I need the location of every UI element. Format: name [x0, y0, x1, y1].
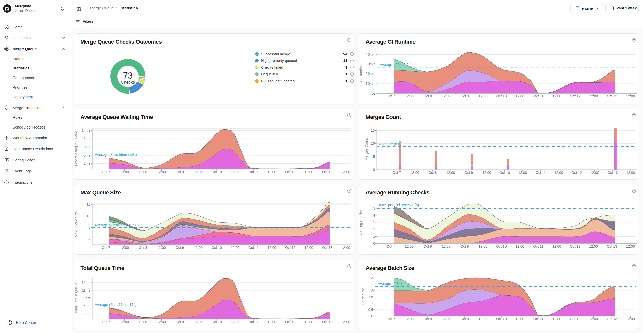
svg-text:Oct 7: Oct 7 [102, 170, 110, 174]
svg-text:12:00: 12:00 [194, 170, 203, 174]
svg-text:12:00: 12:00 [626, 94, 635, 98]
svg-text:Oct 13: Oct 13 [607, 244, 617, 248]
svg-text:12:00: 12:00 [626, 244, 635, 248]
svg-text:12:00: 12:00 [157, 246, 166, 250]
svg-text:Batch Size: Batch Size [361, 288, 365, 305]
svg-text:Pull request updated: Pull request updated [261, 79, 295, 83]
svg-text:12:00: 12:00 [157, 320, 166, 324]
svg-text:Max Queue Size: Max Queue Size [74, 211, 78, 237]
svg-text:12:00: 12:00 [194, 246, 203, 250]
svg-text:2hrs: 2hrs [84, 312, 90, 316]
svg-text:1: 1 [373, 234, 375, 238]
svg-text:2: 2 [371, 289, 373, 293]
svg-text:12:00: 12:00 [157, 170, 166, 174]
svg-text:12:00: 12:00 [589, 94, 598, 98]
svg-text:Average (3hrs 55min 59s): Average (3hrs 55min 59s) [95, 152, 137, 157]
svg-text:12:00: 12:00 [231, 246, 239, 250]
svg-text:Oct 12: Oct 12 [570, 317, 580, 321]
svg-text:Oct 12: Oct 12 [285, 320, 295, 324]
svg-text:Merges Count: Merges Count [364, 138, 369, 160]
svg-text:12:00: 12:00 [589, 317, 598, 321]
svg-text:Oct 13: Oct 13 [322, 320, 332, 324]
svg-text:Oct 12: Oct 12 [285, 246, 295, 250]
svg-text:Oct 8: Oct 8 [424, 94, 432, 98]
svg-text:8hrs: 8hrs [84, 145, 90, 149]
svg-text:Oct 11: Oct 11 [248, 320, 259, 324]
svg-text:Average (8.8): Average (8.8) [379, 142, 401, 146]
svg-text:12:00: 12:00 [341, 170, 350, 174]
svg-text:Oct 8: Oct 8 [423, 244, 432, 248]
svg-text:Oct 8: Oct 8 [423, 317, 432, 321]
svg-text:12:00: 12:00 [442, 317, 451, 321]
svg-text:Oct 10: Oct 10 [496, 94, 507, 98]
svg-text:12:00: 12:00 [442, 94, 451, 98]
svg-text:10: 10 [86, 214, 90, 218]
svg-text:12:00: 12:00 [120, 320, 129, 324]
svg-text:Oct 9: Oct 9 [176, 246, 184, 250]
svg-text:Oct 13: Oct 13 [607, 171, 618, 175]
svg-text:10: 10 [371, 141, 375, 145]
svg-text:12:00: 12:00 [552, 94, 561, 98]
svg-text:12:00: 12:00 [554, 171, 563, 175]
svg-text:Oct 10: Oct 10 [211, 170, 222, 174]
svg-text:5hrs: 5hrs [84, 153, 90, 157]
svg-text:0: 0 [371, 314, 373, 318]
svg-text:2hrs: 2hrs [84, 161, 90, 165]
svg-text:12:00: 12:00 [267, 246, 276, 250]
svg-text:Total Time in Queue: Total Time in Queue [74, 282, 78, 314]
svg-text:Oct 12: Oct 12 [570, 94, 580, 98]
svg-text:Oct 7: Oct 7 [102, 246, 110, 250]
svg-text:Oct 11: Oct 11 [248, 170, 259, 174]
svg-text:Oct 8: Oct 8 [139, 320, 147, 324]
svg-text:11hrs: 11hrs [82, 288, 90, 292]
svg-text:14hrs: 14hrs [82, 128, 90, 132]
svg-text:Oct 9: Oct 9 [460, 317, 469, 321]
svg-text:12:00: 12:00 [231, 320, 239, 324]
svg-text:Dequeued: Dequeued [261, 72, 278, 76]
svg-text:12:00: 12:00 [120, 170, 129, 174]
svg-text:10min: 10min [366, 82, 375, 86]
svg-text:12:00: 12:00 [589, 244, 598, 248]
svg-text:1: 1 [345, 72, 347, 76]
svg-text:12:00: 12:00 [478, 317, 487, 321]
svg-text:73: 73 [123, 70, 133, 80]
svg-text:12:00: 12:00 [267, 320, 276, 324]
svg-text:20min: 20min [366, 72, 375, 76]
svg-text:Running Checks: Running Checks [359, 210, 363, 236]
svg-text:1: 1 [345, 79, 347, 83]
svg-text:2: 2 [88, 237, 90, 241]
svg-text:15: 15 [371, 128, 375, 132]
svg-text:12:00: 12:00 [120, 246, 129, 250]
svg-text:8hrs: 8hrs [84, 296, 90, 300]
svg-text:12:00: 12:00 [267, 170, 276, 174]
svg-text:Oct 13: Oct 13 [607, 94, 617, 98]
svg-text:12:00: 12:00 [405, 317, 414, 321]
svg-text:Oct 10: Oct 10 [496, 317, 507, 321]
svg-text:12:00: 12:00 [518, 171, 527, 175]
svg-text:12:00: 12:00 [194, 320, 203, 324]
svg-text:Oct 12: Oct 12 [285, 170, 295, 174]
svg-text:14: 14 [86, 203, 90, 207]
svg-text:6: 6 [88, 225, 90, 229]
svg-text:Oct 7: Oct 7 [387, 317, 395, 321]
svg-text:30min: 30min [366, 62, 375, 66]
svg-text:3: 3 [371, 276, 373, 280]
svg-text:12:00: 12:00 [626, 317, 635, 321]
svg-text:0: 0 [373, 168, 375, 172]
svg-text:40min: 40min [366, 52, 375, 56]
svg-text:12:00: 12:00 [231, 170, 239, 174]
svg-text:Oct 8: Oct 8 [139, 246, 147, 250]
svg-text:12:00: 12:00 [479, 94, 488, 98]
svg-text:12:00: 12:00 [515, 317, 524, 321]
svg-text:12:00: 12:00 [341, 320, 350, 324]
svg-text:0.5: 0.5 [368, 308, 373, 312]
svg-text:Oct 7: Oct 7 [387, 244, 395, 248]
svg-text:Oct 11: Oct 11 [248, 246, 259, 250]
svg-text:11: 11 [343, 58, 347, 63]
svg-text:12:00: 12:00 [590, 171, 599, 175]
svg-text:Oct 10: Oct 10 [499, 171, 510, 175]
svg-text:2: 2 [373, 227, 375, 231]
svg-text:Oct 8: Oct 8 [428, 171, 437, 175]
svg-text:12:00: 12:00 [478, 244, 487, 248]
svg-text:12:00: 12:00 [552, 244, 561, 248]
